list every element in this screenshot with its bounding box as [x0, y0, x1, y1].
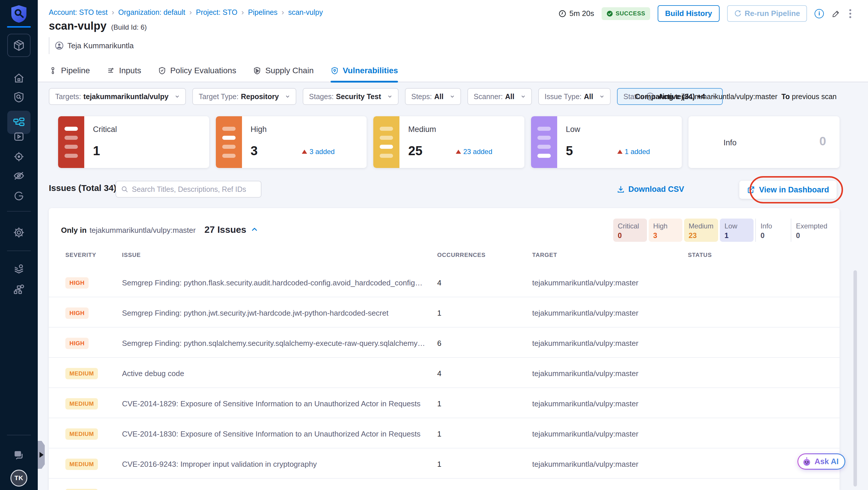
targets-icon[interactable]: [12, 150, 25, 163]
tab-supply-chain[interactable]: Supply Chain: [253, 59, 314, 82]
executions-icon[interactable]: [12, 130, 25, 143]
app-root: ? TK Account: STO test Organization: def…: [0, 0, 868, 490]
expand-arrow-icon: [39, 452, 43, 458]
breadcrumb-organization[interactable]: Organization: default: [118, 8, 185, 17]
breadcrumb-account[interactable]: Account: STO test: [49, 8, 107, 17]
status-badge-label: SUCCESS: [616, 10, 645, 17]
getting-started-icon[interactable]: [12, 189, 25, 202]
comparing-prefix: Comparing: [635, 92, 673, 100]
title-row: scan-vulpy (Build Id: 6): [49, 20, 147, 32]
issue-title[interactable]: CVE-2016-9243: Improper input validation…: [122, 460, 437, 469]
tab-vulnerabilities[interactable]: Vulnerabilities: [331, 59, 398, 82]
tab-label: Pipeline: [61, 66, 90, 75]
table-row[interactable]: HIGH Semgrep Finding: python.sqlalchemy.…: [49, 330, 840, 358]
card-high[interactable]: High 3 3 added: [216, 116, 367, 168]
severity-badge: MEDIUM: [65, 368, 98, 379]
occurrences-value: 4: [437, 278, 532, 287]
issue-title[interactable]: CVE-2014-1829: Exposure of Sensitive Inf…: [122, 399, 437, 408]
issue-title[interactable]: Active debug code: [122, 369, 437, 378]
build-history-button[interactable]: Build History: [658, 5, 720, 22]
more-options-kebab-icon[interactable]: [848, 8, 852, 19]
rerun-label: Re-run Pipeline: [745, 9, 800, 18]
card-low[interactable]: Low 5 1 added: [531, 116, 682, 168]
sto-logo-icon[interactable]: [11, 5, 27, 23]
filter-issue-type[interactable]: Issue Type: All: [538, 88, 611, 105]
card-critical[interactable]: Critical 1: [58, 116, 209, 168]
filter-targets[interactable]: Targets: tejakummarikuntla/vulpy: [49, 88, 186, 105]
view-in-dashboard-label: View in Dashboard: [759, 185, 829, 194]
table-row[interactable]: MEDIUM CVE-2014-1830: Exposure of Sensit…: [49, 420, 840, 449]
chip-critical: Critical0: [613, 219, 647, 242]
triggered-by: Teja Kummarikuntla: [49, 37, 134, 54]
breadcrumb-current[interactable]: scan-vulpy: [288, 8, 323, 17]
default-settings-layers-icon[interactable]: [12, 263, 25, 276]
inputs-tab-icon: [107, 66, 115, 75]
comparing-suffix: previous scan: [792, 92, 837, 100]
download-csv-button[interactable]: Download CSV: [617, 185, 684, 194]
table-row[interactable]: HIGH Semgrep Finding: python.jwt.securit…: [49, 299, 840, 328]
module-selector-icon[interactable]: [7, 34, 31, 57]
tab-inputs[interactable]: Inputs: [107, 59, 141, 82]
nav-expand-handle[interactable]: [38, 441, 45, 469]
table-scrollbar[interactable]: [854, 270, 857, 487]
user-avatar[interactable]: TK: [10, 470, 27, 487]
occurrences-value: 1: [437, 460, 532, 469]
nav-divider: [7, 435, 31, 435]
severity-cards: Critical 1 High 3 3 added Medium 25 23 a…: [58, 116, 840, 168]
card-label: Medium: [408, 125, 436, 134]
table-row[interactable]: MEDIUM CVE-2014-1829: Exposure of Sensit…: [49, 390, 840, 418]
filter-scanner[interactable]: Scanner: All: [467, 88, 532, 105]
table-row[interactable]: MEDIUM: [49, 481, 840, 490]
search-input[interactable]: [132, 185, 256, 193]
help-chat-icon[interactable]: ?: [12, 449, 25, 462]
filter-value: Security Test: [336, 92, 381, 101]
filter-label: Issue Type:: [545, 92, 582, 101]
home-icon[interactable]: [12, 72, 25, 85]
tab-policy-evaluations[interactable]: Policy Evaluations: [158, 59, 236, 82]
rerun-pipeline-button[interactable]: Re-run Pipeline: [727, 5, 807, 22]
table-row[interactable]: MEDIUM CVE-2016-9243: Improper input val…: [49, 451, 840, 479]
ask-ai-label: Ask AI: [814, 457, 839, 466]
breadcrumb-separator: [112, 8, 114, 17]
table-row[interactable]: HIGH Semgrep Finding: python.flask.secur…: [49, 269, 840, 297]
filter-value: Repository: [241, 92, 279, 101]
issue-title[interactable]: Semgrep Finding: python.jwt.security.jwt…: [122, 309, 437, 318]
filter-value: All: [434, 92, 443, 101]
occurrences-value: 4: [437, 369, 532, 378]
view-in-dashboard-button[interactable]: View in Dashboard: [739, 181, 837, 199]
issues-search[interactable]: [116, 181, 261, 197]
info-icon[interactable]: i: [814, 9, 824, 18]
tab-pipeline[interactable]: Pipeline: [49, 59, 90, 82]
target-value: tejakummarikuntla/vulpy:master: [532, 399, 688, 408]
filter-target-type[interactable]: Target Type: Repository: [192, 88, 296, 105]
collapse-chevron-up-icon[interactable]: [250, 225, 258, 234]
governance-network-icon[interactable]: [12, 283, 25, 296]
build-id: (Build Id: 6): [111, 23, 147, 31]
occurrences-value: 1: [437, 399, 532, 408]
card-info[interactable]: Info 0: [688, 116, 840, 168]
exemptions-eye-off-icon[interactable]: [12, 170, 25, 182]
download-csv-label: Download CSV: [628, 185, 684, 194]
rerun-icon: [734, 10, 742, 18]
card-medium[interactable]: Medium 25 23 added: [373, 116, 524, 168]
issue-title[interactable]: CVE-2014-1830: Exposure of Sensitive Inf…: [122, 430, 437, 438]
issue-title[interactable]: Semgrep Finding: python.sqlalchemy.secur…: [122, 339, 437, 348]
group-issue-count: 27 Issues: [205, 224, 246, 235]
nav-divider: [7, 211, 31, 212]
group-severity-chips: Critical0 High3 Medium23 Low1 Info0 Exem…: [612, 219, 832, 242]
ask-ai-button[interactable]: Ask AI: [798, 453, 845, 470]
issue-title[interactable]: Semgrep Finding: python.flask.security.a…: [122, 278, 437, 287]
comparing-target: tejakummarikuntla/vulpy:master: [675, 92, 778, 100]
issue-group-header[interactable]: Only in tejakummarikuntla/vulpy:master 2…: [61, 224, 258, 235]
group-target: tejakummarikuntla/vulpy:master: [90, 226, 196, 235]
edit-pencil-icon[interactable]: [831, 9, 841, 18]
settings-gear-icon[interactable]: [12, 226, 25, 239]
filter-stages[interactable]: Stages: Security Test: [303, 88, 399, 105]
breadcrumb-project[interactable]: Project: STO: [196, 8, 237, 17]
filter-steps[interactable]: Steps: All: [405, 88, 461, 105]
breadcrumb-pipelines[interactable]: Pipelines: [248, 8, 277, 17]
table-row[interactable]: MEDIUM Active debug code 4 tejakummariku…: [49, 360, 840, 388]
scan-shield-icon[interactable]: [12, 91, 25, 103]
card-added: 3 added: [302, 148, 335, 156]
tab-label: Supply Chain: [265, 66, 314, 75]
